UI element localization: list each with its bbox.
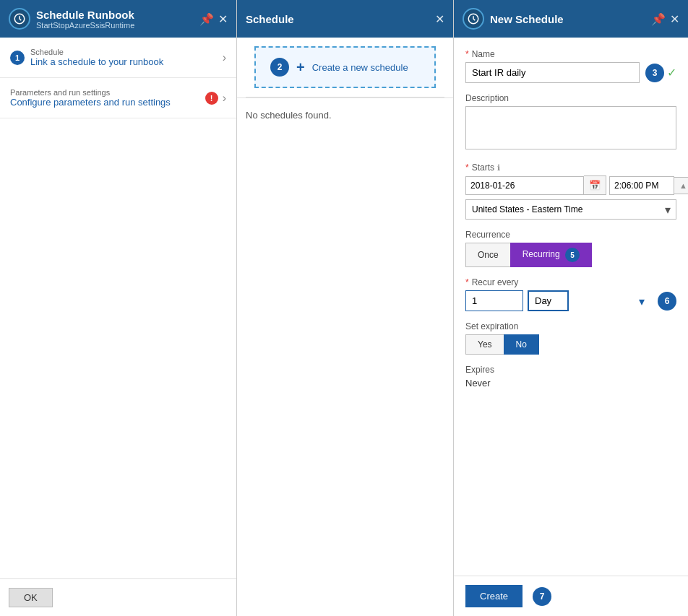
panel3-header-icons: 📌 ✕ bbox=[651, 12, 679, 26]
create-button[interactable]: Create bbox=[465, 585, 523, 607]
nav-value-parameters: Configure parameters and run settings bbox=[10, 97, 205, 108]
recur-every-field-group: * Recur every Day Week Month Hour 6 bbox=[465, 277, 676, 311]
calendar-button[interactable]: 📅 bbox=[584, 175, 606, 195]
error-badge: ! bbox=[205, 92, 218, 105]
starts-field-group: * Starts ℹ 📅 ▲ 4 United States - Eastern… bbox=[465, 162, 676, 220]
recur-every-label: * Recur every bbox=[465, 277, 676, 287]
nav-badge-1: 1 bbox=[10, 51, 25, 65]
required-star-name: * bbox=[465, 49, 469, 59]
pin-icon[interactable]: 📌 bbox=[199, 12, 214, 26]
panel3-main-title: New Schedule bbox=[490, 13, 645, 25]
panel-new-schedule: New Schedule 📌 ✕ * Name 3 ✓ Description bbox=[454, 0, 688, 616]
recur-unit-select[interactable]: Day Week Month Hour bbox=[528, 290, 569, 311]
panel2-header: Schedule ✕ bbox=[237, 0, 453, 38]
panel1-footer: OK bbox=[0, 578, 236, 616]
info-icon[interactable]: ℹ bbox=[497, 163, 500, 173]
create-label: Create a new schedule bbox=[312, 62, 408, 73]
description-input[interactable] bbox=[465, 106, 676, 149]
clock-icon-3 bbox=[463, 8, 484, 30]
create-schedule-wrap: 2 + Create a new schedule bbox=[246, 46, 444, 88]
no-expiration-button[interactable]: No bbox=[504, 334, 539, 355]
nav-value-schedule: Link a schedule to your runbook bbox=[30, 56, 223, 67]
recur-every-row: Day Week Month Hour 6 bbox=[465, 290, 676, 311]
date-time-row: 📅 ▲ 4 bbox=[465, 175, 676, 195]
panel-schedule: Schedule ✕ 2 + Create a new schedule No … bbox=[237, 0, 454, 616]
close-icon-2[interactable]: ✕ bbox=[435, 12, 444, 26]
once-button[interactable]: Once bbox=[465, 243, 510, 267]
panel3-footer: Create 7 bbox=[454, 576, 688, 616]
expires-label: Expires bbox=[465, 365, 676, 375]
starts-label: * Starts ℹ bbox=[465, 162, 676, 173]
panel1-header-icons: 📌 ✕ bbox=[199, 12, 228, 26]
panel2-main-title: Schedule bbox=[246, 13, 429, 25]
name-input-row: 3 ✓ bbox=[465, 62, 676, 83]
time-arrow-button[interactable]: ▲ bbox=[674, 177, 688, 194]
panel2-title-group: Schedule bbox=[246, 13, 429, 25]
recurrence-buttons: Once Recurring 5 bbox=[465, 243, 676, 267]
yes-expiration-button[interactable]: Yes bbox=[465, 334, 504, 355]
time-input[interactable] bbox=[609, 176, 674, 195]
recurrence-label: Recurrence bbox=[465, 230, 676, 240]
required-star-recur: * bbox=[465, 277, 469, 287]
required-star-starts: * bbox=[465, 162, 469, 173]
panel-schedule-runbook: Schedule Runbook StartStopAzureSsisRunti… bbox=[0, 0, 237, 616]
description-label: Description bbox=[465, 93, 676, 103]
panel2-content: 2 + Create a new schedule No schedules f… bbox=[237, 38, 453, 616]
pin-icon-3[interactable]: 📌 bbox=[651, 12, 666, 26]
panel1-title-group: Schedule Runbook StartStopAzureSsisRunti… bbox=[36, 9, 194, 30]
recurring-button[interactable]: Recurring 5 bbox=[510, 243, 592, 267]
nav-label-schedule: Schedule bbox=[30, 48, 223, 56]
ok-button[interactable]: OK bbox=[9, 588, 53, 607]
panel3-header: New Schedule 📌 ✕ bbox=[454, 0, 688, 38]
nav-label-parameters: Parameters and run settings bbox=[10, 88, 205, 97]
step-circle-3: 3 bbox=[645, 64, 664, 82]
name-input[interactable] bbox=[465, 62, 640, 83]
panel1-main-title: Schedule Runbook bbox=[36, 9, 194, 21]
nav-text-parameters: Parameters and run settings Configure pa… bbox=[10, 88, 205, 108]
nav-text-schedule: Schedule Link a schedule to your runbook bbox=[30, 48, 223, 67]
chevron-right-icon: › bbox=[223, 51, 226, 64]
panel1-header: Schedule Runbook StartStopAzureSsisRunti… bbox=[0, 0, 236, 38]
recur-unit-select-wrap: Day Week Month Hour bbox=[528, 290, 650, 311]
timezone-select-wrap: United States - Eastern Time UTC United … bbox=[465, 199, 676, 220]
panel1-content: 1 Schedule Link a schedule to your runbo… bbox=[0, 38, 236, 578]
no-schedules-text: No schedules found. bbox=[237, 97, 453, 132]
step-circle-6: 6 bbox=[658, 292, 676, 311]
set-expiration-field-group: Set expiration Yes No bbox=[465, 321, 676, 355]
chevron-right-icon-2: › bbox=[223, 92, 226, 105]
step-circle-5: 5 bbox=[565, 248, 580, 262]
expires-value: Never bbox=[465, 378, 676, 389]
panel3-title-group: New Schedule bbox=[490, 13, 645, 25]
panel2-header-icons: ✕ bbox=[435, 12, 444, 26]
expiration-buttons: Yes No bbox=[465, 334, 676, 355]
set-expiration-label: Set expiration bbox=[465, 321, 676, 331]
timezone-select[interactable]: United States - Eastern Time UTC United … bbox=[465, 199, 676, 220]
nav-item-schedule[interactable]: 1 Schedule Link a schedule to your runbo… bbox=[0, 38, 236, 78]
panel1-sub-title: StartStopAzureSsisRuntime bbox=[36, 21, 194, 30]
name-label: * Name bbox=[465, 49, 676, 59]
new-schedule-form: * Name 3 ✓ Description * Starts ℹ bbox=[454, 38, 688, 576]
close-icon[interactable]: ✕ bbox=[218, 12, 228, 26]
description-field-group: Description bbox=[465, 93, 676, 152]
clock-icon bbox=[9, 8, 30, 30]
date-input[interactable] bbox=[465, 176, 584, 195]
time-input-wrap: ▲ bbox=[609, 175, 688, 195]
date-input-wrap: 📅 bbox=[465, 175, 606, 195]
step-circle-2: 2 bbox=[270, 58, 289, 77]
expires-field-group: Expires Never bbox=[465, 365, 676, 389]
name-field-group: * Name 3 ✓ bbox=[465, 49, 676, 83]
step-circle-7: 7 bbox=[533, 587, 551, 606]
close-icon-3[interactable]: ✕ bbox=[670, 12, 679, 26]
nav-item-parameters[interactable]: Parameters and run settings Configure pa… bbox=[0, 78, 236, 118]
recurrence-field-group: Recurrence Once Recurring 5 bbox=[465, 230, 676, 267]
recur-number-input[interactable] bbox=[465, 290, 523, 311]
create-new-schedule-button[interactable]: 2 + Create a new schedule bbox=[254, 46, 436, 88]
plus-icon: + bbox=[296, 59, 305, 76]
name-input-wrap bbox=[465, 62, 640, 83]
check-icon: ✓ bbox=[667, 66, 676, 79]
